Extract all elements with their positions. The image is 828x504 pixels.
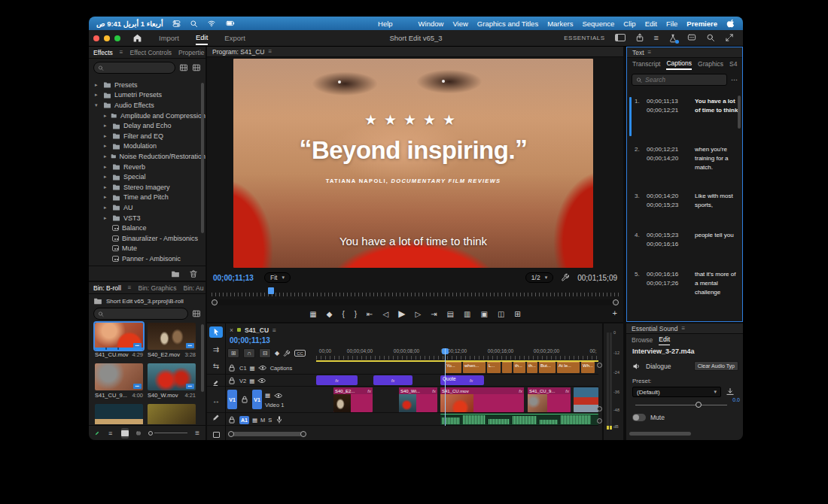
caption-in-timecode[interactable]: 00;00;14;20 [647, 193, 678, 199]
lock-icon[interactable] [227, 415, 236, 424]
caption-out-timecode[interactable]: 00;00;16;16 [647, 241, 678, 247]
minimize-window-button[interactable] [104, 35, 110, 41]
caption-clip[interactable]: when... [463, 362, 486, 373]
tab-graphics[interactable]: Graphics [698, 60, 723, 68]
apple-logo-icon[interactable] [726, 19, 735, 28]
caption-in-timecode[interactable]: 00;00;15;23 [647, 232, 678, 238]
button-editor-plus-icon[interactable]: + [613, 308, 617, 317]
chevron-right-icon[interactable]: ▸ [104, 184, 109, 190]
maximize-window-button[interactable] [114, 35, 120, 41]
menu-premiere[interactable]: Premiere [686, 20, 717, 28]
caption-text[interactable]: Like with most sports, [695, 192, 740, 210]
mark-out-icon[interactable]: } [355, 310, 357, 318]
panel-menu-icon[interactable]: ≡ [268, 48, 272, 55]
quick-export-icon[interactable] [635, 33, 644, 42]
caption-overlay[interactable]: You have a lot of time to think [233, 235, 593, 247]
essential-sound-title[interactable]: Essential Sound [632, 325, 677, 332]
tree-label[interactable]: Balance [122, 224, 147, 232]
tab-next-sequence[interactable]: S4 [729, 60, 737, 68]
chevron-right-icon[interactable]: ▸ [104, 205, 109, 211]
new-custom-bin-icon[interactable] [171, 269, 180, 278]
chevron-right-icon[interactable]: ▸ [104, 113, 108, 119]
chevron-right-icon[interactable]: ▸ [104, 194, 109, 200]
add-marker-icon[interactable]: ◆ [275, 350, 279, 357]
track-resize-knob[interactable] [597, 418, 602, 424]
tree-item[interactable]: ▸Filter and EQ [89, 131, 205, 141]
menu-sequence[interactable]: Sequence [582, 20, 614, 28]
track-target-a1[interactable]: A1 [239, 416, 249, 424]
chevron-right-icon[interactable]: ▸ [104, 215, 109, 221]
tree-item[interactable]: ▸Delay and Echo [89, 120, 205, 131]
nest-toggle-icon[interactable]: ⊞ [227, 348, 239, 358]
preset-dropdown[interactable]: (Default)▾ [632, 387, 721, 397]
track-targeting-icon[interactable]: ▦ [250, 365, 255, 372]
fullscreen-icon[interactable] [725, 33, 734, 42]
beta-flask-icon[interactable] [668, 33, 677, 42]
tree-item[interactable]: Mute [89, 244, 205, 254]
track-target-v1[interactable]: V1 [252, 390, 262, 409]
tree-label[interactable]: Audio Effects [114, 102, 154, 109]
scrub-bar[interactable] [95, 348, 143, 350]
timeline-ruler[interactable]: 00;00 00;00;04;00 00;00;08;00 00;00;12;0… [316, 348, 598, 360]
video-clip[interactable]: S41_CU_9...fx [528, 387, 571, 412]
tree-item[interactable]: Balance [89, 223, 205, 233]
clip-thumbnail[interactable]: ▪▪▪ [148, 323, 196, 350]
audio-effects-filter-icon[interactable] [192, 63, 201, 72]
tab-effects[interactable]: Effects [93, 49, 113, 56]
bin-clip[interactable]: ▪▪▪ S40_W.mov4:21 [148, 363, 196, 399]
tree-label[interactable]: Lumetri Presets [114, 91, 162, 99]
tree-item[interactable]: ▾Audio Effects [89, 100, 205, 111]
writable-pen-icon[interactable] [95, 429, 99, 438]
track-resize-knob[interactable] [597, 406, 602, 411]
help-search-icon[interactable] [706, 33, 715, 42]
panel-menu-icon[interactable]: ≡ [648, 49, 652, 56]
chevron-right-icon[interactable]: ▸ [104, 164, 109, 170]
text-panel-title[interactable]: Text [632, 49, 644, 56]
panel-menu-icon[interactable]: ≡ [681, 325, 685, 332]
tree-label[interactable]: Time and Pitch [123, 193, 169, 201]
menu-edit[interactable]: Edit [645, 20, 657, 28]
program-video-frame[interactable]: ★★★★★ “Beyond inspiring.” TATIANA NAPOLI… [233, 59, 593, 268]
mute-track-button[interactable]: M [260, 417, 265, 424]
tab-edit[interactable]: Edit [196, 31, 208, 45]
tab-edit-sound[interactable]: Edit [659, 334, 670, 345]
tree-item[interactable]: ▸AU [89, 202, 205, 213]
tree-label[interactable]: AU [123, 204, 133, 211]
tab-bin-graphics[interactable]: Bin: Graphics [139, 284, 177, 292]
freeform-view-icon[interactable] [136, 429, 141, 438]
caption-text[interactable]: when you're training for a match. [695, 145, 740, 172]
tree-label[interactable]: Panner - Ambisonic [122, 255, 181, 263]
search-bin-icon[interactable] [192, 309, 201, 318]
caption-clip[interactable]: L... [487, 362, 501, 373]
voiceover-mic-icon[interactable] [275, 415, 284, 424]
tree-label[interactable]: Stereo Imagery [123, 184, 170, 191]
caption-out-timecode[interactable]: 00;00;15;23 [647, 202, 678, 208]
tree-item[interactable]: ▸Special [89, 172, 205, 182]
gain-slider-knob[interactable] [696, 402, 702, 408]
scroll-knob-left[interactable] [212, 299, 218, 305]
safe-margins-icon[interactable]: ▦ [309, 310, 316, 318]
caption-clip[interactable] [502, 362, 512, 373]
go-to-out-icon[interactable]: ⇥ [431, 310, 437, 318]
tree-label[interactable]: Reverb [123, 163, 145, 171]
program-scrollbar[interactable] [212, 299, 619, 305]
tree-label[interactable]: Filter and EQ [123, 132, 163, 140]
hand-tool[interactable] [209, 429, 223, 440]
caption-clip[interactable]: But... [539, 362, 556, 373]
close-window-button[interactable] [93, 35, 99, 41]
video-track-label[interactable]: Video 1 [265, 402, 284, 408]
bin-search-input[interactable] [107, 310, 184, 317]
chevron-right-icon[interactable]: ▸ [104, 133, 109, 139]
caption-clip[interactable]: Yo... [445, 362, 461, 373]
tree-label[interactable]: Presets [114, 81, 138, 89]
caption-clip[interactable]: th... [513, 362, 525, 373]
clip-name[interactable]: S40_E2.mov [148, 351, 180, 358]
bin-clip[interactable]: ▪▪▪ S41_CU_9...4:00 [95, 363, 143, 399]
tree-item[interactable]: Binauralizer - Ambisonics [89, 233, 205, 244]
video-clip[interactable]: S41_CU.movfx [440, 387, 524, 412]
snap-magnet-icon[interactable]: ∩ [243, 348, 255, 358]
tree-label[interactable]: VST3 [123, 214, 141, 222]
mark-in-icon[interactable]: { [342, 310, 344, 318]
clip-thumbnail[interactable] [148, 404, 196, 424]
caption-clip[interactable]: Wh... [581, 362, 595, 373]
